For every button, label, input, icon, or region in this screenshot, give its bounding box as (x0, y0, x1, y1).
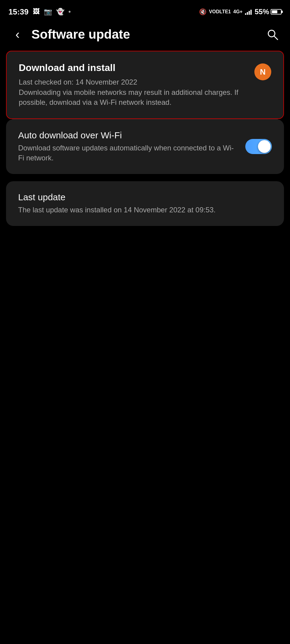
last-update-subtitle: The last update was installed on 14 Nove… (18, 205, 272, 215)
toggle-thumb (258, 140, 271, 153)
network-type-icon: 4G+ (233, 9, 243, 14)
download-card-content: Download and install Last checked on: 14… (19, 62, 254, 108)
search-icon (266, 28, 279, 40)
auto-download-item[interactable]: Auto download over Wi-Fi Download softwa… (6, 119, 284, 174)
snapchat-icon: 👻 (56, 8, 64, 16)
battery-indicator: 55% (255, 8, 282, 16)
notification-badge: N (254, 63, 271, 80)
network-icon: VODLTE1 (209, 9, 231, 14)
page-title: Software update (31, 27, 130, 42)
settings-group-auto-download: Auto download over Wi-Fi Download softwa… (6, 119, 284, 174)
last-update-card[interactable]: Last update The last update was installe… (6, 181, 284, 226)
search-button[interactable] (266, 28, 279, 41)
page-header: ‹ Software update (0, 21, 290, 51)
auto-download-toggle[interactable] (245, 139, 272, 154)
gallery-icon: 🖼 (33, 8, 40, 16)
battery-icon (271, 9, 282, 14)
svg-line-1 (274, 36, 278, 40)
content-area: Download and install Last checked on: 14… (0, 51, 290, 226)
download-install-card[interactable]: Download and install Last checked on: 14… (6, 51, 284, 119)
status-icons: 🔇 VODLTE1 4G+ (199, 8, 252, 15)
download-subtitle: Last checked on: 14 November 2022 Downlo… (19, 77, 247, 108)
status-bar: 15:39 🖼 📷 👻 • 🔇 VODLTE1 4G+ 55% (0, 0, 290, 21)
auto-download-title: Auto download over Wi-Fi (18, 130, 238, 140)
signal-icon (245, 9, 252, 15)
header-left: ‹ Software update (11, 27, 130, 42)
instagram-icon: 📷 (44, 8, 52, 16)
back-button[interactable]: ‹ (11, 28, 24, 41)
last-update-title: Last update (18, 192, 272, 202)
toggle-track (245, 139, 272, 154)
auto-download-subtitle: Download software updates automatically … (18, 143, 238, 163)
download-title: Download and install (19, 62, 247, 73)
badge-label: N (260, 67, 266, 77)
mute-icon: 🔇 (199, 8, 207, 15)
status-right: 🔇 VODLTE1 4G+ 55% (199, 8, 282, 16)
auto-download-content: Auto download over Wi-Fi Download softwa… (18, 130, 245, 163)
status-time: 15:39 (8, 7, 29, 17)
dot-icon: • (69, 8, 71, 16)
battery-percentage: 55% (255, 8, 269, 16)
status-left: 15:39 🖼 📷 👻 • (8, 7, 71, 17)
